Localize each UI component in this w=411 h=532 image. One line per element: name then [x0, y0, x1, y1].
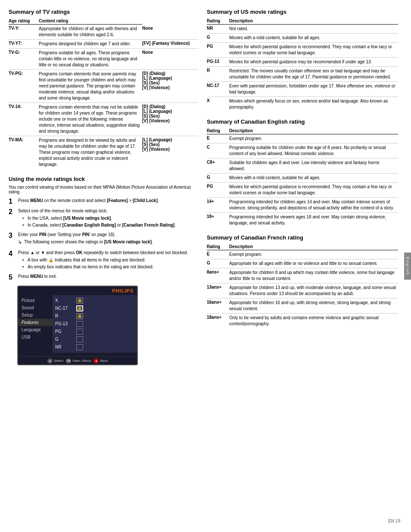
back-label: Back: [100, 359, 108, 363]
can-en-rating-desc: Exempt program.: [229, 134, 398, 143]
tv-mockup-rating-label: NR: [55, 345, 75, 349]
tv-mockup-rating-label: NC-17: [55, 306, 75, 311]
tv-mockup-rating-box: 🔒: [76, 313, 83, 319]
tv-mockup-rating-label: R: [55, 314, 75, 318]
can-en-rating-desc: Programming intended for children ages 1…: [229, 198, 398, 213]
tv-mockup-rating-label: X: [55, 298, 75, 303]
back-button[interactable]: ● Back: [93, 358, 108, 364]
canadian-french-table: Rating Description EExempt program.GAppr…: [207, 243, 398, 328]
can-fr-rating-row: 18ans+Only to be viewed by adults and co…: [207, 314, 398, 329]
can-fr-rating-row: 16ans+Appropriate for children 16 and up…: [207, 299, 398, 314]
can-en-rating-code: G: [207, 174, 229, 183]
can-fr-rating-desc: Appropriate for all ages with little or …: [229, 259, 398, 268]
tv-rating-content: None: [142, 25, 198, 40]
can-en-rating-row: 14+Programming intended for children age…: [207, 198, 398, 213]
can-fr-rating-desc: Exempt program.: [229, 250, 398, 259]
can-fr-col-desc: Description: [229, 243, 398, 250]
philips-brand: PHILIPS: [18, 286, 137, 295]
tv-rating-row: TV-MA:Programs are designed to be viewed…: [9, 136, 198, 169]
step-bullet-item: A box with 🔒 indicates that all items in…: [22, 257, 198, 263]
can-fr-rating-row: 8ans+Appropriate for children 8 and up w…: [207, 268, 398, 283]
tv-rating-desc: Programs designed for children age 7 and…: [39, 40, 142, 49]
step-content: Press MENU on the remote control and sel…: [18, 198, 198, 204]
us-rating-desc: Not rated.: [229, 25, 398, 34]
can-fr-rating-desc: Only to be viewed by adults and contains…: [229, 314, 398, 329]
canadian-english-title: Summary of Canadian English rating: [207, 118, 398, 125]
tv-mockup-rating-label: PG: [55, 329, 75, 334]
step-bullet-item: An empty box indicates that no items in …: [22, 264, 198, 270]
us-rating-row: XMovies which generally focus on sex, vi…: [207, 97, 398, 112]
step-number: 4: [9, 250, 18, 258]
can-fr-rating-row: 13ans+Appropriate for children 13 and up…: [207, 283, 398, 299]
canadian-english-table: Rating Description EExempt program.CProg…: [207, 128, 398, 227]
tv-footer-buttons: ● Select OK View / Block ● Back: [18, 356, 137, 364]
tv-menu-item: Picture: [18, 297, 53, 304]
step-4: 4Press ▲ or ▼ and then press OK repeated…: [9, 250, 198, 271]
step-content: Select one of the menus for movie rating…: [18, 208, 198, 229]
canadian-french-section: Summary of Canadian French rating Rating…: [207, 234, 398, 328]
us-rating-code: R: [207, 67, 229, 82]
step-bullets: In the USA, select [US Movie ratings loc…: [18, 215, 198, 228]
us-rating-desc: Restricted. The movies usually contain o…: [229, 67, 398, 82]
us-col-desc: Description: [229, 18, 398, 25]
canadian-french-title: Summary of Canadian French rating: [207, 234, 398, 241]
step-content: Press MENU to exit.: [18, 274, 198, 280]
tv-rating-age: TV-Y:: [9, 25, 39, 40]
tv-rating-desc: Programs contain elements that some pare…: [39, 70, 142, 103]
can-fr-col-rating: Rating: [207, 243, 229, 250]
us-ratings-table: Rating Description NRNot rated.GMovies w…: [207, 18, 398, 112]
tv-mockup-rating-row: NC-17🔒: [53, 305, 137, 312]
can-en-rating-code: PG: [207, 183, 229, 198]
view-block-button[interactable]: OK View / Block: [66, 358, 91, 364]
can-fr-rating-code: G: [207, 259, 229, 268]
tv-mockup-rating-row: G: [53, 336, 137, 343]
tv-rating-desc: Programs are designed to be viewed by ad…: [39, 136, 142, 169]
us-col-rating: Rating: [207, 18, 229, 25]
tv-ratings-section: Summary of TV ratings Age rating Content…: [9, 9, 198, 169]
back-circle: ●: [93, 358, 99, 364]
can-en-rating-desc: Programming intended for viewers ages 18…: [229, 213, 398, 228]
us-rating-desc: Movies for which parental guidance is re…: [229, 43, 398, 58]
select-button[interactable]: ● Select: [47, 358, 63, 364]
tv-rating-content: [D] (Dialog)[L] (Language)[S] (Sex)[V] (…: [142, 70, 198, 103]
step-bullet-item: In the USA, select [US Movie ratings loc…: [22, 215, 198, 221]
us-rating-row: GMovies with a mild content, suitable fo…: [207, 34, 398, 43]
tv-rating-age: TV-PG:: [9, 70, 39, 103]
arrow-symbol: ↳: [18, 239, 22, 246]
tv-rating-content: [D] (Dialog)[L] (Language)[S] (Sex)[V] (…: [142, 103, 198, 136]
step-2: 2Select one of the menus for movie ratin…: [9, 208, 198, 229]
tv-mockup-rating-label: PG-13: [55, 321, 75, 326]
us-rating-desc: Movies with a mild content, suitable for…: [229, 34, 398, 43]
step-number: 2: [9, 208, 18, 216]
tv-rating-row: TV-G:Programs suitable for all ages. The…: [9, 49, 198, 70]
can-fr-rating-code: 8ans+: [207, 268, 229, 283]
us-rating-code: PG: [207, 43, 229, 58]
step-1: 1Press MENU on the remote control and se…: [9, 198, 198, 205]
tv-rating-row: TV-Y7:Programs designed for children age…: [9, 40, 198, 49]
us-rating-code: PG-13: [207, 58, 229, 67]
step-content: Press ▲ or ▼ and then press OK repeatedl…: [18, 250, 198, 271]
can-fr-rating-desc: Appropriate for children 16 and up, with…: [229, 299, 398, 314]
tv-mockup-rating-box: [76, 336, 83, 342]
can-en-rating-code: E: [207, 134, 229, 143]
can-en-rating-row: CProgramming suitable for children under…: [207, 143, 398, 159]
step-text: Enter your PIN (see 'Setting your PIN' o…: [18, 232, 198, 238]
tv-rating-content: [L] (Language)[S] (Sex)[V] (Violence): [142, 136, 198, 169]
tv-mockup-rating-box: [76, 344, 83, 350]
tv-menu-item: Language: [18, 326, 53, 333]
tv-menu-item: USB: [18, 333, 53, 341]
tv-mockup-rating-box: [76, 329, 83, 335]
tv-ratings-list: X🔒NC-17🔒R🔒PG-13PGGNR: [53, 295, 137, 353]
step-number: 3: [9, 232, 18, 240]
tv-menu-item: Features: [18, 319, 53, 326]
can-fr-rating-desc: Appropriate for children 13 and up, with…: [229, 283, 398, 299]
tv-screen-mockup: PHILIPS PictureSoundSetupFeaturesLanguag…: [17, 286, 138, 365]
tv-mockup-rating-row: PG: [53, 328, 137, 336]
step-arrow: ↳The following screen shows the ratings …: [18, 239, 198, 246]
tv-menu: PictureSoundSetupFeaturesLanguageUSB: [18, 295, 53, 353]
us-rating-row: RRestricted. The movies usually contain …: [207, 67, 398, 82]
tv-rating-desc: Programs contain elements that may not b…: [39, 103, 142, 136]
can-en-col-desc: Description: [229, 128, 398, 134]
step-text: Press MENU to exit.: [18, 274, 198, 280]
can-fr-rating-code: E: [207, 250, 229, 259]
